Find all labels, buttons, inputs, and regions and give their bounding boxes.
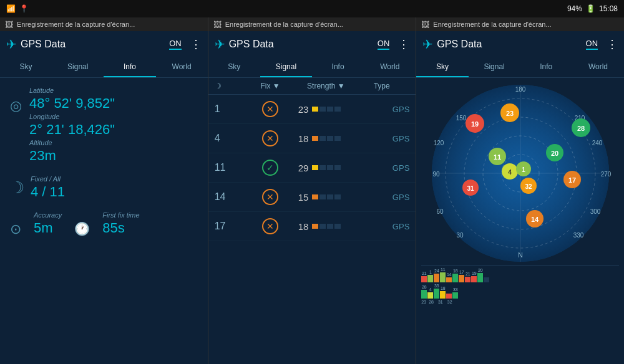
fixed-all-block: Fixed / All 4 / 11: [31, 175, 65, 200]
strength-bar-1: [312, 107, 341, 112]
battery-percent: 94%: [567, 4, 582, 13]
svg-text:60: 60: [436, 208, 444, 215]
location-icon: 📍: [19, 4, 29, 13]
panel-info: 🖼 Enregistrement de la capture d'écran..…: [0, 17, 208, 364]
notif-bar-1: 🖼 Enregistrement de la capture d'écran..…: [0, 17, 208, 31]
accuracy-value: 5m: [34, 220, 62, 236]
altitude-label: Altitude: [29, 139, 115, 146]
strength-num-4: 18: [298, 133, 309, 144]
svg-text:1: 1: [522, 166, 525, 173]
svg-text:330: 330: [573, 232, 583, 239]
strength-bar-14: [312, 194, 341, 199]
tab-signal-1[interactable]: Signal: [52, 57, 104, 77]
on-button-1[interactable]: ON: [169, 39, 182, 50]
app-logo-2: ✈: [215, 37, 225, 52]
svg-text:17: 17: [568, 176, 576, 184]
sat-num-1: 1: [215, 103, 243, 115]
bar2-4: [427, 292, 433, 299]
signal-row-14: 14 ✕ 15 GPS: [208, 183, 416, 212]
on-button-2[interactable]: ON: [378, 39, 390, 50]
notif-text-2: Enregistrement de la capture d'écran...: [225, 21, 343, 28]
signal-col-moon: ☽: [215, 82, 243, 90]
sat-fix-17: ✕: [242, 218, 298, 234]
tab-sky-1[interactable]: Sky: [0, 57, 52, 77]
app-logo-1: ✈: [6, 37, 17, 52]
signal-row-1: 1 ✕ 23 GPS: [208, 95, 416, 124]
bar-item-14b: 14: [446, 272, 452, 282]
sky-signal-bars: 21 1 24 11 1: [419, 264, 622, 305]
bar-1: [427, 275, 433, 282]
strength-num-17: 18: [298, 221, 309, 232]
fix-x-icon-1: ✕: [262, 101, 278, 117]
tab-world-3[interactable]: World: [572, 57, 624, 77]
latitude-label: Latitude: [29, 87, 115, 94]
menu-button-3[interactable]: ⋮: [607, 37, 618, 51]
bar-20: [477, 273, 483, 282]
panels-container: 🖼 Enregistrement de la capture d'écran..…: [0, 17, 624, 364]
bar-item2-r: [446, 293, 452, 299]
svg-text:240: 240: [592, 140, 602, 146]
strength-num-1: 23: [298, 104, 309, 115]
svg-text:28: 28: [577, 125, 585, 132]
svg-text:19: 19: [471, 120, 479, 128]
svg-text:11: 11: [494, 153, 501, 161]
signal-col-type: Type: [354, 82, 409, 90]
app-header-3: ✈ GPS Data ON ⋮: [416, 31, 624, 57]
bar-item2-4: 4: [427, 287, 433, 299]
tab-sky-2[interactable]: Sky: [208, 57, 260, 77]
signal-col-fix: Fix ▼: [242, 82, 298, 90]
sat-strength-11: 29: [298, 163, 354, 173]
sat-fix-1: ✕: [242, 101, 298, 117]
svg-text:30: 30: [456, 232, 464, 239]
tab-world-2[interactable]: World: [364, 57, 416, 77]
tab-info-2[interactable]: Info: [312, 57, 364, 77]
sat-fix-4: ✕: [242, 130, 298, 146]
strength-num-14: 15: [298, 192, 309, 203]
firstfix-value: 85s: [102, 220, 139, 236]
accuracy-label: Accuracy: [34, 211, 62, 219]
app-title-1: GPS Data: [21, 39, 165, 50]
app-title-2: GPS Data: [229, 39, 374, 50]
menu-button-1[interactable]: ⋮: [190, 37, 202, 51]
bar-item-20: 20: [477, 268, 483, 282]
tab-signal-3[interactable]: Signal: [469, 57, 520, 77]
strength-bar-4: [312, 136, 341, 141]
longitude-value: 2° 21' 18,426": [29, 122, 115, 138]
menu-button-2[interactable]: ⋮: [398, 37, 409, 51]
sat-type-17: GPS: [354, 222, 409, 231]
tab-info-1[interactable]: Info: [104, 57, 155, 77]
sky-compass: 180 210 240 270 300 330 150 120 90 60 30…: [430, 83, 611, 264]
sat-strength-1: 23: [298, 104, 354, 115]
app-header-2: ✈ GPS Data ON ⋮: [208, 31, 416, 57]
notif-bar-2: 🖼 Enregistrement de la capture d'écran..…: [208, 17, 416, 31]
firstfix-block: First fix time 85s: [102, 211, 139, 236]
bar-item-1: 1: [427, 270, 433, 282]
bar-24: [434, 274, 439, 282]
location-pin-icon: ◎: [10, 98, 22, 114]
svg-text:90: 90: [432, 171, 440, 178]
fix-x-icon-4: ✕: [262, 130, 278, 146]
on-button-3[interactable]: ON: [586, 39, 598, 50]
signal-header: ☽ Fix ▼ Strength ▼ Type: [208, 78, 416, 95]
signal-col-strength: Strength ▼: [298, 82, 354, 90]
sat-num-14: 14: [215, 191, 243, 203]
sat-type-11: GPS: [354, 163, 409, 173]
sat-num-4: 4: [215, 133, 243, 144]
bar-item-21b: 21: [465, 272, 470, 282]
tab-sky-3[interactable]: Sky: [416, 57, 468, 77]
moon-icon-2: ☽: [215, 82, 222, 90]
tabs-1: Sky Signal Info World: [0, 57, 208, 78]
sat-strength-4: 18: [298, 133, 354, 144]
tab-world-1[interactable]: World: [156, 57, 208, 77]
bar-item2-18b: 18: [440, 286, 446, 299]
tabs-2: Sky Signal Info World: [208, 57, 416, 78]
fixed-all-row: ☽ Fixed / All 4 / 11: [10, 175, 198, 200]
bar-item2-28: 28: [421, 285, 427, 299]
svg-text:N: N: [518, 251, 523, 259]
bar2-18b: [440, 291, 446, 299]
bar-item-19: 19: [471, 271, 477, 282]
tab-info-3[interactable]: Info: [520, 57, 572, 77]
clock-icon: 🕐: [74, 221, 90, 236]
bar2-28: [421, 290, 427, 299]
tab-signal-2[interactable]: Signal: [260, 57, 312, 77]
